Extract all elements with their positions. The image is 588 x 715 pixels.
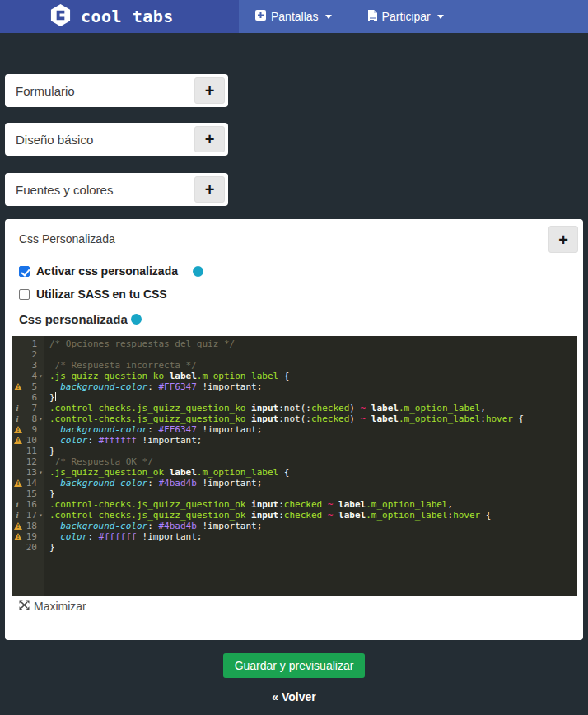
expand-button[interactable]: + [194, 77, 225, 104]
nav-label: Participar [382, 10, 431, 23]
code-line[interactable]: !19 color: #ffffff !important; [12, 531, 577, 542]
code-line[interactable]: !18 background-color: #4bad4b !important… [12, 521, 577, 531]
code-text: /* Respuesta OK */ [44, 456, 153, 467]
code-text: background-color: #4bad4b !important; [44, 521, 262, 531]
activate-css-label[interactable]: Activar css personalizada [36, 264, 178, 278]
code-line[interactable]: i16.control-checks.js_quizz_question_ok … [12, 499, 577, 510]
line-number: 16 [22, 499, 37, 510]
warning-icon: ! [14, 533, 22, 540]
brand-area[interactable]: cool tabs [0, 0, 239, 33]
code-text: /* Opciones respuestas del quiz */ [44, 339, 235, 349]
accordion-diseno-basico[interactable]: Diseño básico + [5, 123, 228, 156]
expand-button[interactable]: + [194, 176, 225, 203]
code-line[interactable]: 15} [12, 488, 577, 499]
fold-arrow-icon[interactable]: ▾ [37, 510, 44, 521]
warning-icon: ! [14, 426, 22, 433]
code-line[interactable]: i8▾.control-checks.js_quizz_question_ko … [12, 414, 577, 424]
collapse-button[interactable]: + [548, 226, 578, 253]
line-number: 20 [22, 542, 37, 553]
line-number: 8 [22, 414, 37, 424]
warning-icon: ! [14, 383, 22, 390]
code-line[interactable]: 3 /* Respuesta incorrecta */ [12, 360, 577, 371]
code-text: } [44, 542, 55, 553]
code-text: color: #ffffff !important; [44, 435, 202, 446]
code-line[interactable]: 6} [12, 392, 577, 403]
code-line[interactable]: !14 background-color: #4bad4b !important… [12, 478, 577, 488]
save-preview-button[interactable]: Guardar y previsualizar [223, 653, 366, 678]
line-number: 12 [22, 456, 37, 467]
code-text [44, 349, 49, 360]
line-number: 11 [22, 446, 37, 456]
accordion-title: Formulario [16, 84, 75, 98]
info-icon[interactable] [131, 314, 142, 325]
css-personalizada-link[interactable]: Css personalizada [19, 312, 128, 326]
code-line[interactable]: i17▾.control-checks.js_quizz_question_ok… [12, 510, 577, 521]
sass-label[interactable]: Utilizar SASS en tu CSS [36, 287, 167, 301]
code-text: } [44, 392, 56, 403]
fold-arrow-icon[interactable]: ▾ [37, 371, 44, 381]
code-editor[interactable]: 1/* Opciones respuestas del quiz */23 /*… [12, 336, 577, 596]
code-line[interactable]: !10 color: #ffffff !important; [12, 435, 577, 446]
line-number: 3 [22, 360, 37, 371]
expand-button[interactable]: + [194, 126, 225, 152]
text-cursor [55, 392, 56, 401]
code-line[interactable]: 2 [12, 349, 577, 360]
activate-css-row: Activar css personalizada [19, 264, 569, 278]
maximize-icon [19, 599, 30, 614]
code-text: } [44, 488, 55, 499]
line-number: 18 [22, 521, 37, 531]
line-number: 10 [22, 435, 37, 446]
line-number: 19 [22, 531, 37, 542]
code-text: .control-checks.js_quizz_question_ok inp… [44, 510, 492, 521]
sass-checkbox[interactable] [19, 289, 30, 300]
brand-name: cool tabs [81, 7, 174, 26]
line-number: 1 [22, 339, 37, 349]
line-number: 2 [22, 349, 37, 360]
footer-actions: Guardar y previsualizar « Volver [5, 640, 583, 703]
line-number: 4 [22, 371, 37, 381]
info-annotation-icon: i [12, 499, 22, 510]
code-line[interactable]: 13▾.js_quizz_question_ok label.m_option_… [12, 467, 577, 478]
info-annotation-icon: i [12, 414, 22, 424]
line-number: 9 [22, 424, 37, 435]
maximize-label: Maximizar [34, 600, 86, 613]
line-number: 6 [22, 392, 37, 403]
code-text: .js_quizz_question_ok label.m_option_lab… [44, 467, 289, 478]
nav-label: Pantallas [271, 10, 319, 23]
code-lines: 1/* Opciones respuestas del quiz */23 /*… [12, 336, 577, 553]
code-text: background-color: #4bad4b !important; [44, 478, 262, 488]
line-number: 13 [22, 467, 37, 478]
code-line[interactable]: 4▾.js_quizz_question_ko label.m_option_l… [12, 371, 577, 381]
code-text: .control-checks.js_quizz_question_ko inp… [44, 403, 486, 414]
code-line[interactable]: 20} [12, 542, 577, 553]
caret-down-icon [437, 15, 444, 19]
accordion-formulario[interactable]: Formulario + [5, 74, 228, 107]
code-line[interactable]: !9 background-color: #FF6347 !important; [12, 424, 577, 435]
cooltabs-logo-icon [49, 3, 72, 30]
accordion-fuentes-colores[interactable]: Fuentes y colores + [5, 173, 228, 206]
code-text: background-color: #FF6347 !important; [44, 381, 262, 392]
sass-row: Utilizar SASS en tu CSS [19, 287, 569, 301]
code-line[interactable]: 11} [12, 446, 577, 456]
warning-icon: ! [14, 437, 22, 444]
page-content: Formulario + Diseño básico + Fuentes y c… [0, 74, 588, 703]
code-text: /* Respuesta incorrecta */ [44, 360, 197, 371]
line-number: 5 [22, 381, 37, 392]
maximize-control[interactable]: Maximizar [19, 599, 110, 614]
nav-item-participar[interactable]: Participar [368, 10, 444, 24]
nav-item-pantallas[interactable]: Pantallas [255, 10, 332, 23]
accordion-title: Diseño básico [16, 133, 93, 147]
fold-arrow-icon[interactable]: ▾ [37, 467, 44, 478]
warning-icon: ! [14, 479, 22, 487]
back-link[interactable]: « Volver [5, 690, 583, 703]
fold-arrow-icon[interactable]: ▾ [37, 414, 44, 424]
info-icon[interactable] [193, 266, 203, 277]
code-line[interactable]: 1/* Opciones respuestas del quiz */ [12, 339, 577, 349]
activate-css-checkbox[interactable] [19, 266, 30, 277]
code-line[interactable]: i7.control-checks.js_quizz_question_ko i… [12, 403, 577, 414]
code-text: .js_quizz_question_ko label.m_option_lab… [44, 371, 289, 381]
info-annotation-icon: i [12, 403, 22, 414]
code-line[interactable]: 12 /* Respuesta OK */ [12, 456, 577, 467]
line-number: 7 [22, 403, 37, 414]
code-line[interactable]: !5 background-color: #FF6347 !important; [12, 381, 577, 392]
